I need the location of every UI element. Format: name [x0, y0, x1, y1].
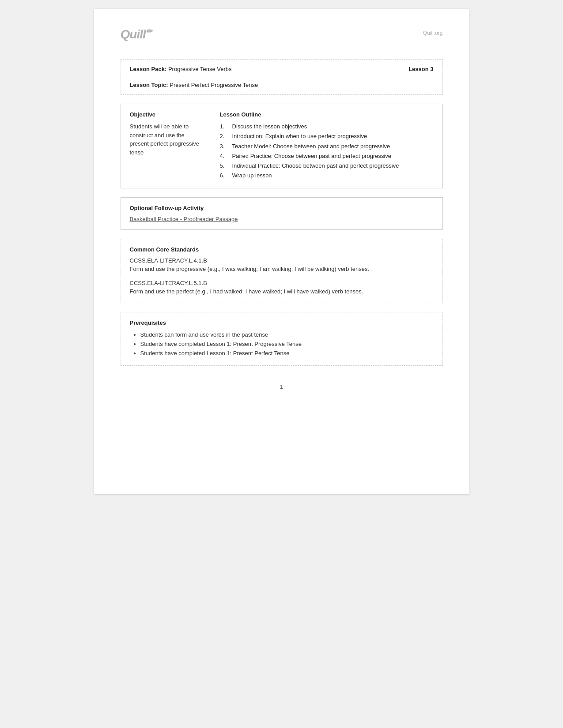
lesson-topic-label: Lesson Topic: — [130, 82, 168, 88]
item-number: 2. — [220, 132, 232, 141]
item-number: 5. — [220, 161, 232, 170]
lesson-topic-line: Lesson Topic: Present Perfect Progressiv… — [130, 82, 434, 88]
objective-title: Objective — [130, 111, 200, 118]
standard-entry-1: CCSS.ELA-LITERACY.L.4.1.B Form and use t… — [130, 257, 434, 274]
prerequisites-list: Students can form and use verbs in the p… — [130, 330, 434, 358]
lesson-pack-value: Progressive Tense Verbs — [168, 66, 232, 72]
standard-code-2: CCSS.ELA-LITERACY.L.5.1.B — [130, 280, 434, 286]
lesson-info-box: Lesson Pack: Progressive Tense Verbs Les… — [121, 59, 443, 95]
standard-desc-2: Form and use the perfect (e.g., I had wa… — [130, 287, 434, 296]
outline-list: 1.Discuss the lesson objectives 2.Introd… — [220, 122, 432, 180]
page-number: 1 — [280, 383, 283, 390]
list-item: Students have completed Lesson 1: Presen… — [140, 349, 434, 358]
standards-box: Common Core Standards CCSS.ELA-LITERACY.… — [121, 239, 443, 303]
follow-up-box: Optional Follow-up Activity Basketball P… — [121, 197, 443, 230]
objective-column: Objective Students will be able to const… — [121, 104, 209, 188]
lesson-pack-label: Lesson Pack: — [130, 66, 167, 72]
standard-desc-1: Form and use the progressive (e.g., I wa… — [130, 265, 434, 274]
lesson-number: Lesson 3 — [408, 66, 433, 72]
page-footer: 1 — [121, 383, 443, 390]
item-number: 6. — [220, 171, 232, 180]
logo-text: Quill — [121, 27, 146, 41]
lesson-topic-value: Present Perfect Progressive Tense — [170, 82, 258, 88]
logo: Quill✏ — [121, 26, 152, 41]
list-item: 5.Individual Practice: Choose between pa… — [220, 161, 432, 170]
list-item: 2.Introduction: Explain when to use perf… — [220, 132, 432, 141]
item-text: Wrap up lesson — [232, 171, 272, 180]
follow-up-title: Optional Follow-up Activity — [130, 205, 434, 211]
lesson-outline-title: Lesson Outline — [220, 111, 432, 118]
objective-outline-box: Objective Students will be able to const… — [121, 104, 443, 188]
prerequisites-box: Prerequisites Students can form and use … — [121, 312, 443, 365]
standard-entry-2: CCSS.ELA-LITERACY.L.5.1.B Form and use t… — [130, 280, 434, 296]
follow-up-link[interactable]: Basketball Practice - Proofreader Passag… — [130, 216, 434, 222]
list-item: 3.Teacher Model: Choose between past and… — [220, 142, 432, 151]
item-number: 3. — [220, 142, 232, 151]
item-text: Discuss the lesson objectives — [232, 122, 307, 131]
item-text: Introduction: Explain when to use perfec… — [232, 132, 367, 141]
quill-org-link[interactable]: Quill.org — [423, 30, 443, 36]
item-number: 4. — [220, 152, 232, 161]
list-item: 1.Discuss the lesson objectives — [220, 122, 432, 131]
list-item: 4.Paired Practice: Choose between past a… — [220, 152, 432, 161]
item-text: Paired Practice: Choose between past and… — [232, 152, 392, 161]
item-text: Individual Practice: Choose between past… — [232, 161, 399, 170]
lesson-pack-line: Lesson Pack: Progressive Tense Verbs — [130, 66, 400, 77]
list-item: Students have completed Lesson 1: Presen… — [140, 340, 434, 349]
list-item: Students can form and use verbs in the p… — [140, 330, 434, 340]
two-column-layout: Objective Students will be able to const… — [121, 104, 442, 188]
outline-column: Lesson Outline 1.Discuss the lesson obje… — [209, 104, 442, 188]
item-number: 1. — [220, 122, 232, 131]
page: Quill✏ Quill.org Lesson Pack: Progressiv… — [94, 9, 469, 494]
item-text: Teacher Model: Choose between past and p… — [232, 142, 390, 151]
objective-text: Students will be able to construct and u… — [130, 122, 200, 157]
prerequisites-title: Prerequisites — [130, 319, 434, 326]
standard-code-1: CCSS.ELA-LITERACY.L.4.1.B — [130, 257, 434, 264]
standards-title: Common Core Standards — [130, 246, 434, 253]
header: Quill✏ Quill.org — [121, 26, 443, 41]
lesson-pack-row: Lesson Pack: Progressive Tense Verbs Les… — [130, 66, 434, 82]
list-item: 6.Wrap up lesson — [220, 171, 432, 180]
logo-pencil-icon: ✏ — [146, 27, 152, 36]
